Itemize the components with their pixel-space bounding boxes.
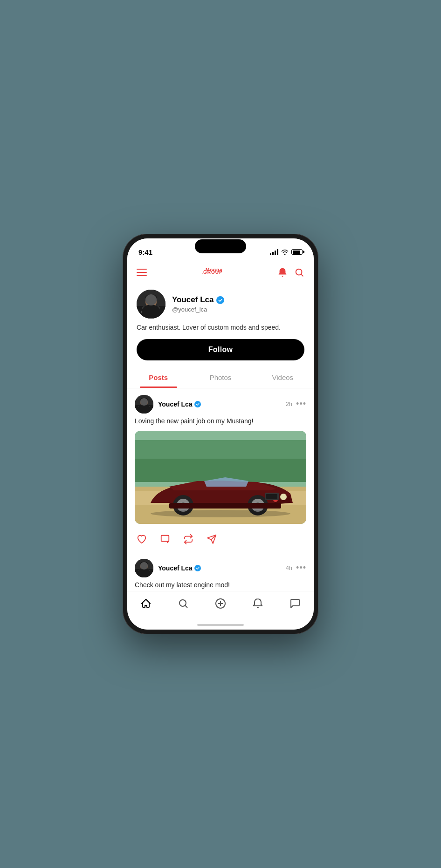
svg-point-9 <box>145 294 157 300</box>
post-2-meta: 4h ••• <box>286 563 306 573</box>
signal-icon <box>270 249 278 255</box>
svg-point-5 <box>145 296 157 308</box>
post-1-author: Youcef Lca <box>135 395 201 414</box>
app-logo: Meggy .GROUP <box>201 270 222 275</box>
nav-messages[interactable] <box>285 596 305 611</box>
svg-point-10 <box>216 296 224 304</box>
post-1-author-info: Youcef Lca <box>158 400 201 408</box>
search-header-icon[interactable] <box>294 267 304 278</box>
profile-info: Youcef Lca @youcef_lca <box>172 295 304 313</box>
post-2-text: Check out my latest engine mod! <box>135 580 306 590</box>
tab-videos[interactable]: Videos <box>252 367 314 388</box>
repost-button[interactable] <box>181 532 195 546</box>
svg-point-36 <box>151 510 290 517</box>
svg-rect-33 <box>169 503 281 509</box>
battery-icon <box>291 249 303 255</box>
post-2-name: Youcef Lca <box>158 564 193 572</box>
profile-name: Youcef Lca <box>172 295 214 305</box>
post-2-time: 4h <box>286 564 292 571</box>
svg-point-14 <box>140 398 148 407</box>
post-1-meta: 2h ••• <box>286 399 306 409</box>
post-1-name-row: Youcef Lca <box>158 400 201 408</box>
post-2-author: Youcef Lca <box>135 559 201 577</box>
avatar <box>137 290 165 319</box>
profile-bio: Car enthusiast. Lover of custom mods and… <box>137 323 304 332</box>
tab-posts[interactable]: Posts <box>127 367 189 388</box>
profile-username: @youcef_lca <box>172 306 304 313</box>
svg-rect-4 <box>142 306 160 316</box>
post-1: Youcef Lca 2h ••• <box>127 388 314 552</box>
verified-icon <box>216 296 224 304</box>
wifi-icon <box>281 249 289 255</box>
post-1-actions <box>135 529 306 552</box>
svg-point-19 <box>194 401 201 407</box>
svg-rect-35 <box>266 494 277 499</box>
svg-rect-41 <box>141 565 144 568</box>
svg-rect-7 <box>152 300 156 303</box>
like-button[interactable] <box>135 532 149 546</box>
post-1-name: Youcef Lca <box>158 400 193 408</box>
app-header: Meggy .GROUP <box>127 262 314 283</box>
share-button[interactable] <box>205 532 219 546</box>
post-1-verified-icon <box>194 401 201 407</box>
avatar-image <box>137 290 165 319</box>
home-bar <box>197 624 244 626</box>
post-2: Youcef Lca 4h ••• <box>127 552 314 591</box>
svg-rect-2 <box>137 306 165 319</box>
bottom-nav <box>127 591 314 620</box>
profile-name-row: Youcef Lca <box>172 295 304 305</box>
feed: Youcef Lca 2h ••• <box>127 388 314 591</box>
svg-rect-38 <box>135 569 153 577</box>
svg-rect-12 <box>135 405 153 414</box>
post-1-avatar <box>135 395 153 414</box>
svg-point-18 <box>140 398 148 401</box>
post-2-avatar <box>135 559 153 577</box>
menu-button[interactable] <box>137 269 147 276</box>
svg-point-44 <box>140 562 148 565</box>
post-2-header: Youcef Lca 4h ••• <box>135 559 306 577</box>
post-1-header: Youcef Lca 2h ••• <box>135 395 306 414</box>
post-2-name-row: Youcef Lca <box>158 564 201 572</box>
phone-screen: 9:41 <box>127 238 314 630</box>
home-indicator <box>127 620 314 630</box>
nav-search[interactable] <box>173 596 193 611</box>
logo-sub: .GROUP <box>201 270 222 275</box>
post-1-image <box>135 431 306 524</box>
profile-header: Youcef Lca @youcef_lca <box>137 290 304 319</box>
phone-frame: 9:41 <box>123 234 318 634</box>
svg-rect-13 <box>138 406 150 412</box>
scroll-area[interactable]: Youcef Lca @youcef_lca Car enthusiast. L… <box>127 283 314 591</box>
nav-add[interactable] <box>210 596 231 611</box>
svg-point-3 <box>142 308 155 316</box>
post-1-time: 2h <box>286 400 292 407</box>
post-1-more-button[interactable]: ••• <box>296 399 306 409</box>
svg-rect-16 <box>145 401 147 404</box>
header-actions <box>277 267 304 278</box>
svg-point-25 <box>280 494 287 500</box>
post-1-text: Loving the new paint job on my Mustang! <box>135 416 306 426</box>
svg-point-40 <box>140 562 148 570</box>
nav-notifications[interactable] <box>248 596 268 611</box>
status-icons <box>270 249 303 255</box>
tab-photos[interactable]: Photos <box>189 367 251 388</box>
svg-rect-6 <box>146 300 151 303</box>
comment-button[interactable] <box>158 532 172 546</box>
svg-point-45 <box>194 565 201 571</box>
svg-rect-39 <box>138 570 150 576</box>
svg-rect-15 <box>141 401 144 404</box>
follow-button[interactable]: Follow <box>137 339 304 360</box>
profile-section: Youcef Lca @youcef_lca Car enthusiast. L… <box>127 283 314 367</box>
post-2-more-button[interactable]: ••• <box>296 563 306 573</box>
svg-rect-42 <box>145 565 147 568</box>
notification-bell-icon[interactable] <box>277 267 288 278</box>
dynamic-island <box>195 239 246 253</box>
tabs-row: Posts Photos Videos <box>127 367 314 388</box>
post-2-verified-icon <box>194 565 201 571</box>
post-2-author-info: Youcef Lca <box>158 564 201 572</box>
status-time: 9:41 <box>138 248 152 256</box>
nav-home[interactable] <box>136 596 156 611</box>
